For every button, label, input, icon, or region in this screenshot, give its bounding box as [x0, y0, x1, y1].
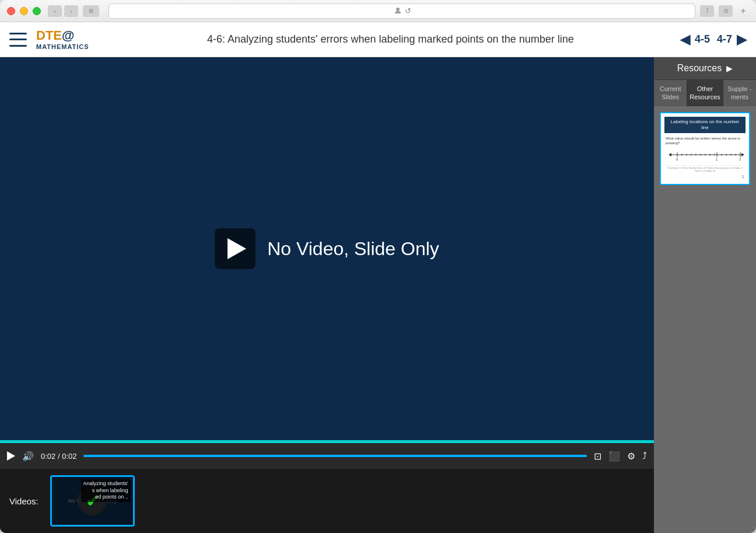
page-number: 1: [742, 174, 744, 179]
volume-icon: 🔊: [22, 451, 34, 462]
video-player[interactable]: No Video, Slide Only: [0, 57, 654, 440]
share-video-icon[interactable]: ⤴: [642, 451, 647, 461]
video-thumbnail-1[interactable]: No Video, Slide Only ✔ Analyzing student…: [50, 475, 135, 527]
menu-line: [9, 33, 27, 34]
thumb-title: Analyzing students' s when labeling ed p…: [81, 479, 131, 502]
next-lesson-arrow[interactable]: ▶: [737, 32, 747, 47]
videos-strip: Videos: No Video, Slide Only ✔ Analyzing…: [0, 469, 654, 533]
volume-button[interactable]: 🔊: [22, 451, 34, 462]
lesson-nav: ◀ 4-5 4-7 ▶: [680, 32, 747, 47]
tab-other-resources-label: Other Resources: [690, 85, 720, 100]
forward-button[interactable]: ›: [64, 5, 78, 17]
pip-icon[interactable]: ⬛: [608, 451, 620, 462]
new-tab-icon[interactable]: ⧉: [719, 5, 733, 17]
svg-text:1: 1: [716, 158, 718, 161]
settings-icon[interactable]: ⚙: [627, 451, 635, 462]
share-icon[interactable]: ⤴: [700, 5, 714, 17]
progress-bar-container[interactable]: [83, 455, 587, 457]
play-triangle-icon: [228, 238, 246, 259]
slide-footer: Teaching 4-6: Other Student Notes of Fra…: [666, 165, 744, 173]
control-icons-right: ⊡ ⬛ ⚙ ⤴: [594, 451, 647, 462]
title-bar: ‹ › ⊞ ↺ ⤴ ⧉ +: [0, 0, 756, 22]
video-controls: 🔊 0:02 / 0:02 ⊡ ⬛ ⚙ ⤴: [0, 443, 654, 469]
resources-tabs: Current Slides Other Resources Supple -m…: [654, 79, 756, 106]
tab-current-slides[interactable]: Current Slides: [654, 80, 687, 106]
slide-title: Labeling locations on the number line: [664, 117, 746, 134]
slide-content: What value should be written where the a…: [664, 135, 746, 180]
traffic-lights: [7, 7, 41, 15]
no-video-text: No Video, Slide Only: [267, 238, 439, 260]
svg-text:2: 2: [739, 158, 741, 161]
big-play-button[interactable]: [215, 228, 256, 269]
slide-page-num: 1: [666, 174, 744, 179]
play-pause-button[interactable]: [7, 451, 15, 461]
svg-marker-2: [741, 153, 744, 156]
minimize-button[interactable]: [20, 7, 28, 15]
window-view-button[interactable]: ⊞: [83, 5, 99, 17]
logo: DTE@ MATHEMATICS: [36, 29, 89, 50]
total-time: 0:02: [62, 452, 76, 461]
svg-marker-1: [668, 153, 671, 156]
time-display: 0:02 / 0:02: [41, 452, 76, 461]
slide-question: What value should be written where the a…: [666, 137, 744, 146]
tab-current-slides-label: Current Slides: [660, 85, 681, 100]
resources-header: Resources ▶: [654, 57, 756, 79]
thumb-title-line3: ed points on ..: [95, 494, 128, 500]
menu-line: [9, 39, 27, 40]
fullscreen-icon[interactable]: ⊡: [594, 451, 601, 462]
slide-footer-text: Teaching 4-6: Other Student Notes of Fra…: [667, 166, 743, 172]
browser-nav-buttons: ‹ ›: [48, 5, 78, 17]
resources-arrow-icon: ▶: [726, 64, 733, 73]
prev-lesson-label[interactable]: 4-5: [695, 33, 710, 46]
no-video-overlay: No Video, Slide Only: [215, 228, 439, 269]
prev-lesson-arrow[interactable]: ◀: [680, 32, 690, 47]
svg-text:0: 0: [676, 158, 678, 161]
add-tab-button[interactable]: +: [737, 5, 749, 17]
title-bar-right: ⤴ ⧉ +: [700, 5, 749, 17]
main-content: No Video, Slide Only 🔊 0:02 / 0:02: [0, 57, 756, 533]
window: ‹ › ⊞ ↺ ⤴ ⧉ + DTE@ MATHEMATICS 4-: [0, 0, 756, 533]
tab-supplements[interactable]: Supple -ments: [723, 80, 756, 106]
resources-content: Labeling locations on the number line Wh…: [654, 106, 756, 533]
resources-title: Resources: [677, 63, 722, 74]
menu-button[interactable]: [9, 33, 27, 47]
thumb-title-line1: Analyzing students': [83, 480, 128, 486]
logo-dte: DTE@: [36, 29, 74, 42]
play-icon: [7, 451, 15, 461]
tab-other-resources[interactable]: Other Resources: [687, 80, 723, 106]
lesson-title: 4-6: Analyzing students' errors when lab…: [101, 33, 680, 46]
videos-label: Videos:: [9, 496, 38, 506]
maximize-button[interactable]: [33, 7, 41, 15]
address-bar[interactable]: ↺: [108, 4, 695, 19]
next-lesson-label[interactable]: 4-7: [717, 33, 732, 46]
video-area: No Video, Slide Only 🔊 0:02 / 0:02: [0, 57, 654, 533]
current-time: 0:02: [41, 452, 55, 461]
progress-bar-fill: [83, 455, 587, 457]
thumb-title-line2: s when labeling: [92, 487, 128, 493]
app-header: DTE@ MATHEMATICS 4-6: Analyzing students…: [0, 22, 756, 57]
resources-sidebar: Resources ▶ Current Slides Other Resourc…: [654, 57, 756, 533]
number-line-svg: 0 1: [666, 148, 747, 161]
tab-supplements-label: Supple -ments: [727, 85, 751, 100]
menu-line: [9, 45, 27, 47]
slide-thumbnail-1[interactable]: Labeling locations on the number line Wh…: [660, 112, 750, 185]
logo-math: MATHEMATICS: [36, 43, 89, 50]
close-button[interactable]: [7, 7, 15, 15]
back-button[interactable]: ‹: [48, 5, 62, 17]
